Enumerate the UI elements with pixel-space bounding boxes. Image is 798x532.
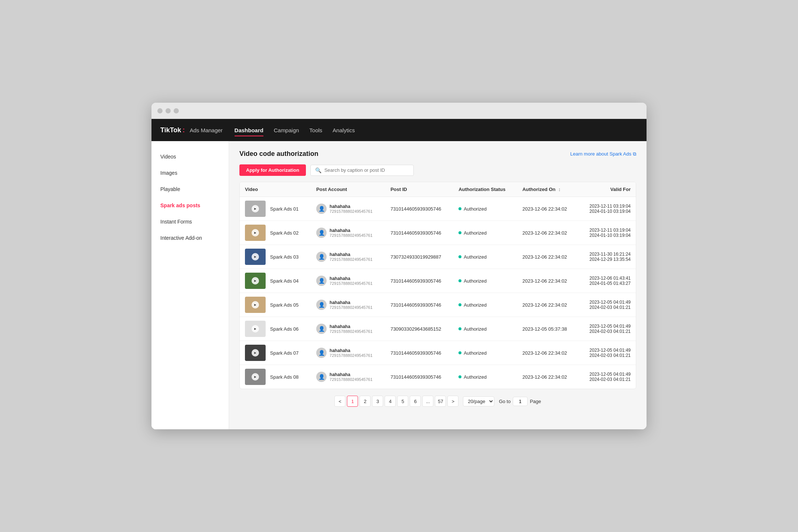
- valid-to: 2024-01-05 01:43:27: [584, 281, 631, 286]
- account-id: 7291578880249545761: [330, 209, 372, 214]
- pagination-prev[interactable]: <: [334, 396, 345, 407]
- col-auth-status: Authorization Status: [453, 182, 517, 197]
- valid-for-cell: 2023-12-05 04:01:49 2024-02-03 04:01:21: [579, 317, 636, 341]
- valid-for-cell: 2023-12-05 04:01:49 2024-02-03 04:01:21: [579, 365, 636, 389]
- sidebar-item-interactive-addon[interactable]: Interactive Add-on: [151, 230, 229, 246]
- table-row: ► Spark Ads 02 👤 hahahaha 72915788802495…: [240, 221, 636, 245]
- nav-campaign[interactable]: Campaign: [274, 126, 299, 135]
- pagination-page-2[interactable]: 2: [359, 396, 371, 407]
- post-id-cell: 7310144605939305746: [385, 341, 453, 365]
- video-cell: ► Spark Ads 08: [240, 365, 311, 389]
- avatar: 👤: [316, 300, 327, 310]
- avatar-icon: 👤: [318, 230, 325, 236]
- account-id: 7291578880249545761: [330, 377, 372, 382]
- table-row: ► Spark Ads 03 👤 hahahaha 72915788802495…: [240, 245, 636, 269]
- logo-colon: :: [183, 126, 185, 134]
- post-id-cell: 7310144605939305746: [385, 221, 453, 245]
- pagination-page-3[interactable]: 3: [372, 396, 383, 407]
- account-name: hahahaha: [330, 252, 372, 257]
- spark-ads-table: Video Post Account Post ID Authorization…: [240, 182, 636, 389]
- pagination-page-57[interactable]: 57: [435, 396, 446, 407]
- top-nav: TikTok: Ads Manager Dashboard Campaign T…: [151, 119, 647, 141]
- valid-for-cell: 2023-12-06 01:43:41 2024-01-05 01:43:27: [579, 269, 636, 293]
- per-page-select[interactable]: 20/page: [463, 396, 494, 406]
- table-row: ► Spark Ads 07 👤 hahahaha 72915788802495…: [240, 341, 636, 365]
- status-cell: Authorized: [453, 293, 517, 317]
- sort-icon[interactable]: ↕: [558, 187, 561, 192]
- sidebar-item-playable[interactable]: Playable: [151, 181, 229, 197]
- pagination-ellipsis: ...: [422, 396, 433, 407]
- play-icon: ►: [252, 325, 259, 332]
- sidebar-item-images[interactable]: Images: [151, 165, 229, 181]
- sidebar-item-spark-ads[interactable]: Spark ads posts: [151, 197, 229, 214]
- status-text: Authorized: [464, 350, 487, 356]
- avatar: 👤: [316, 204, 327, 214]
- nav-dashboard[interactable]: Dashboard: [235, 126, 263, 135]
- nav-analytics[interactable]: Analytics: [332, 126, 355, 135]
- valid-for-cell: 2023-12-11 03:19:04 2024-01-10 03:19:04: [579, 221, 636, 245]
- pagination-page-6[interactable]: 6: [410, 396, 421, 407]
- post-id-cell: 7310144605939305746: [385, 365, 453, 389]
- video-thumbnail: ►: [245, 369, 266, 385]
- valid-for-cell: 2023-11-30 16:21:24 2024-12-29 13:35:54: [579, 245, 636, 269]
- status-dot: [458, 231, 461, 234]
- valid-for-cell: 2023-12-05 04:01:49 2024-02-03 04:01:21: [579, 341, 636, 365]
- valid-from: 2023-12-05 04:01:49: [584, 348, 631, 353]
- video-thumbnail: ►: [245, 297, 266, 313]
- sidebar-item-videos[interactable]: Videos: [151, 149, 229, 165]
- video-name: Spark Ads 05: [270, 302, 299, 308]
- avatar: 👤: [316, 252, 327, 262]
- window-dot-2: [166, 108, 171, 113]
- valid-to: 2024-02-03 04:01:21: [584, 377, 631, 382]
- table-row: ► Spark Ads 01 👤 hahahaha 72915788802495…: [240, 197, 636, 221]
- pagination-page-1[interactable]: 1: [347, 396, 358, 407]
- main-layout: Videos Images Playable Spark ads posts I…: [151, 141, 647, 429]
- sidebar-item-instant-forms[interactable]: Instant Forms: [151, 214, 229, 230]
- pagination-page-5[interactable]: 5: [397, 396, 408, 407]
- learn-more-link[interactable]: Learn more about Spark Ads ⧉: [570, 151, 637, 157]
- status-cell: Authorized: [453, 197, 517, 221]
- logo-tiktok: TikTok: [160, 126, 181, 134]
- pagination-next[interactable]: >: [447, 396, 458, 407]
- valid-from: 2023-12-11 03:19:04: [584, 204, 631, 209]
- video-name: Spark Ads 02: [270, 230, 299, 236]
- status-text: Authorized: [464, 230, 487, 236]
- avatar-icon: 👤: [318, 350, 325, 356]
- apply-authorization-button[interactable]: Apply for Authorization: [239, 164, 306, 176]
- authorized-on-cell: 2023-12-06 22:34:02: [517, 269, 579, 293]
- status-cell: Authorized: [453, 221, 517, 245]
- status-cell: Authorized: [453, 365, 517, 389]
- goto-input[interactable]: [513, 397, 528, 406]
- avatar: 👤: [316, 372, 327, 382]
- table-row: ► Spark Ads 08 👤 hahahaha 72915788802495…: [240, 365, 636, 389]
- video-name: Spark Ads 04: [270, 278, 299, 284]
- valid-for-cell: 2023-12-11 03:19:04 2024-01-10 03:19:04: [579, 197, 636, 221]
- account-id: 7291578880249545761: [330, 329, 372, 334]
- account-name: hahahaha: [330, 372, 372, 377]
- video-cell: ► Spark Ads 05: [240, 293, 311, 317]
- pagination-page-4[interactable]: 4: [385, 396, 396, 407]
- col-post-id: Post ID: [385, 182, 453, 197]
- page-title: Video code authorization: [239, 150, 318, 158]
- play-icon: ►: [252, 373, 259, 381]
- play-icon: ►: [252, 301, 259, 308]
- status-text: Authorized: [464, 278, 487, 284]
- valid-from: 2023-12-11 03:19:04: [584, 228, 631, 233]
- account-cell: 👤 hahahaha 7291578880249545761: [311, 365, 385, 389]
- status-dot: [458, 207, 461, 210]
- col-post-account: Post Account: [311, 182, 385, 197]
- account-id: 7291578880249545761: [330, 257, 372, 262]
- search-input[interactable]: [324, 167, 409, 173]
- goto-wrap: Go to Page: [499, 397, 541, 406]
- account-name: hahahaha: [330, 324, 372, 329]
- sidebar: Videos Images Playable Spark ads posts I…: [151, 141, 229, 429]
- account-id: 7291578880249545761: [330, 281, 372, 286]
- table-row: ► Spark Ads 04 👤 hahahaha 72915788802495…: [240, 269, 636, 293]
- valid-to: 2024-02-03 04:01:21: [584, 305, 631, 310]
- nav-tools[interactable]: Tools: [309, 126, 322, 135]
- video-name: Spark Ads 01: [270, 206, 299, 212]
- account-name: hahahaha: [330, 204, 372, 209]
- status-cell: Authorized: [453, 269, 517, 293]
- toolbar: Apply for Authorization 🔍: [239, 164, 636, 176]
- account-cell: 👤 hahahaha 7291578880249545761: [311, 245, 385, 269]
